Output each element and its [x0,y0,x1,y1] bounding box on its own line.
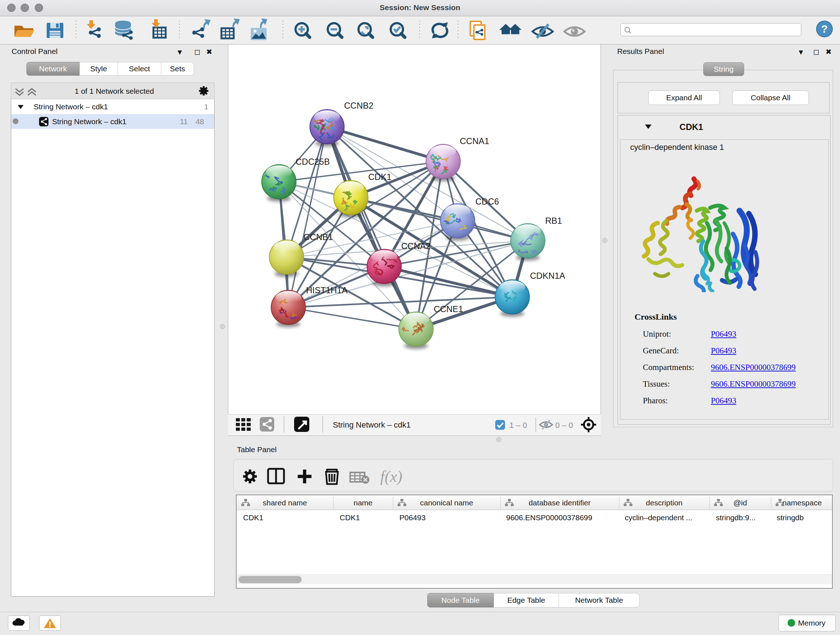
svg-text:String Network – cdk1: String Network – cdk1 [52,117,126,126]
svg-text:CDC25B: CDC25B [295,157,330,166]
svg-text:0 – 0: 0 – 0 [555,421,573,430]
svg-text:CCNA2: CCNA2 [401,241,431,251]
svg-text:CDK1: CDK1 [679,122,703,132]
svg-text:11: 11 [180,117,188,126]
svg-text:CCNA1: CCNA1 [460,136,489,146]
svg-text:CDC6: CDC6 [475,196,499,206]
svg-text:String Network – cdk1: String Network – cdk1 [34,103,108,111]
svg-text:1 – 0: 1 – 0 [509,421,527,430]
svg-text:CCNE1: CCNE1 [434,304,463,314]
svg-text:RB1: RB1 [545,216,562,226]
svg-text:String Network – cdk1: String Network – cdk1 [333,420,411,429]
svg-text:1: 1 [204,103,208,111]
svg-text:f(x): f(x) [380,468,402,486]
svg-text:48: 48 [196,117,204,126]
svg-text:1 of 1 Network selected: 1 of 1 Network selected [74,87,154,95]
svg-text:CCNB1: CCNB1 [303,232,333,242]
svg-text:CDK1: CDK1 [368,172,392,182]
svg-text:?: ? [821,23,828,35]
svg-text:CDKN1A: CDKN1A [530,271,565,280]
svg-text:CCNB2: CCNB2 [344,101,373,111]
svg-text:HIST1H1A: HIST1H1A [306,285,347,295]
